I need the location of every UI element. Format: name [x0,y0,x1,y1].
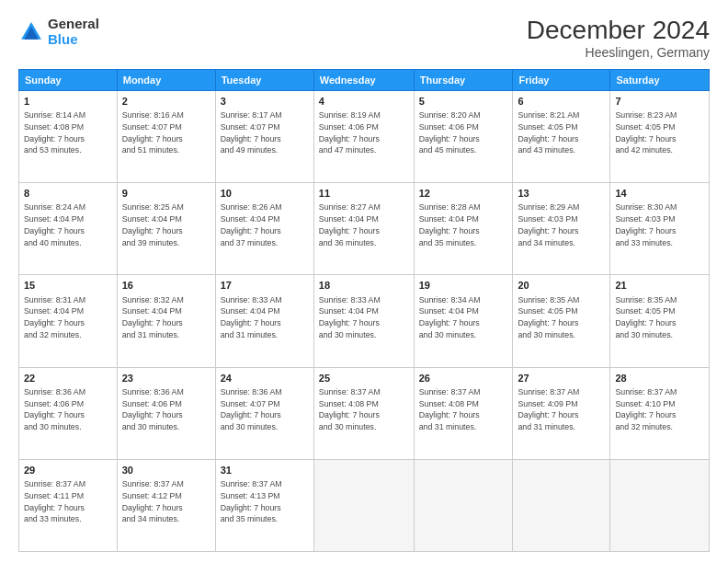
day-number: 24 [221,372,309,385]
day-info: Sunrise: 8:33 AMSunset: 4:04 PMDaylight:… [319,294,409,341]
calendar-week-4: 22Sunrise: 8:36 AMSunset: 4:06 PMDayligh… [19,367,710,459]
day-number: 30 [122,464,210,477]
logo-text: General Blue [48,17,99,47]
day-info: Sunrise: 8:37 AMSunset: 4:09 PMDaylight:… [518,386,605,433]
day-number: 15 [24,279,112,293]
calendar-cell: 30Sunrise: 8:37 AMSunset: 4:12 PMDayligh… [117,459,215,551]
day-info: Sunrise: 8:28 AMSunset: 4:04 PMDaylight:… [419,201,508,248]
col-sunday: Sunday [19,69,118,90]
day-info: Sunrise: 8:26 AMSunset: 4:04 PMDaylight:… [221,201,309,248]
calendar-cell [610,459,710,551]
calendar-cell: 12Sunrise: 8:28 AMSunset: 4:04 PMDayligh… [414,183,513,275]
day-info: Sunrise: 8:37 AMSunset: 4:13 PMDaylight:… [221,478,309,525]
day-info: Sunrise: 8:37 AMSunset: 4:11 PMDaylight:… [24,478,112,525]
calendar-cell: 28Sunrise: 8:37 AMSunset: 4:10 PMDayligh… [610,367,710,459]
day-number: 11 [319,187,409,201]
calendar-cell: 20Sunrise: 8:35 AMSunset: 4:05 PMDayligh… [513,275,610,367]
calendar-cell: 26Sunrise: 8:37 AMSunset: 4:08 PMDayligh… [414,367,513,459]
col-tuesday: Tuesday [215,69,313,90]
calendar-table: Sunday Monday Tuesday Wednesday Thursday… [18,69,710,552]
day-info: Sunrise: 8:30 AMSunset: 4:03 PMDaylight:… [615,201,704,248]
day-number: 25 [319,372,409,385]
day-info: Sunrise: 8:14 AMSunset: 4:08 PMDaylight:… [24,109,112,156]
day-info: Sunrise: 8:37 AMSunset: 4:12 PMDaylight:… [122,478,210,525]
calendar-cell: 10Sunrise: 8:26 AMSunset: 4:04 PMDayligh… [215,183,313,275]
day-number: 3 [221,95,309,109]
header: General Blue December 2024 Heeslingen, G… [18,17,710,60]
calendar-cell: 22Sunrise: 8:36 AMSunset: 4:06 PMDayligh… [19,367,118,459]
calendar-cell: 21Sunrise: 8:35 AMSunset: 4:05 PMDayligh… [610,275,710,367]
day-number: 28 [615,372,704,385]
day-info: Sunrise: 8:36 AMSunset: 4:06 PMDaylight:… [122,386,210,433]
calendar-cell: 5Sunrise: 8:20 AMSunset: 4:06 PMDaylight… [414,90,513,182]
calendar-cell: 2Sunrise: 8:16 AMSunset: 4:07 PMDaylight… [117,90,215,182]
calendar-cell: 8Sunrise: 8:24 AMSunset: 4:04 PMDaylight… [19,183,118,275]
day-number: 23 [122,372,210,385]
day-info: Sunrise: 8:24 AMSunset: 4:04 PMDaylight:… [24,201,112,248]
calendar-cell: 6Sunrise: 8:21 AMSunset: 4:05 PMDaylight… [513,90,610,182]
title-block: December 2024 Heeslingen, Germany [527,17,710,60]
day-info: Sunrise: 8:36 AMSunset: 4:06 PMDaylight:… [24,386,112,433]
calendar-cell: 4Sunrise: 8:19 AMSunset: 4:06 PMDaylight… [313,90,414,182]
calendar-cell [513,459,610,551]
calendar-cell: 23Sunrise: 8:36 AMSunset: 4:06 PMDayligh… [117,367,215,459]
day-info: Sunrise: 8:23 AMSunset: 4:05 PMDaylight:… [615,109,704,156]
day-number: 10 [221,187,309,201]
calendar-cell: 14Sunrise: 8:30 AMSunset: 4:03 PMDayligh… [610,183,710,275]
day-info: Sunrise: 8:34 AMSunset: 4:04 PMDaylight:… [419,294,508,341]
calendar-cell: 16Sunrise: 8:32 AMSunset: 4:04 PMDayligh… [117,275,215,367]
day-number: 8 [24,187,112,201]
calendar-cell: 7Sunrise: 8:23 AMSunset: 4:05 PMDaylight… [610,90,710,182]
calendar-cell: 24Sunrise: 8:36 AMSunset: 4:07 PMDayligh… [215,367,313,459]
day-info: Sunrise: 8:37 AMSunset: 4:08 PMDaylight:… [419,386,508,433]
calendar-cell: 27Sunrise: 8:37 AMSunset: 4:09 PMDayligh… [513,367,610,459]
day-info: Sunrise: 8:37 AMSunset: 4:10 PMDaylight:… [615,386,704,433]
calendar-week-5: 29Sunrise: 8:37 AMSunset: 4:11 PMDayligh… [19,459,710,551]
day-number: 19 [419,279,508,293]
day-number: 16 [122,279,210,293]
day-number: 22 [24,372,112,385]
day-info: Sunrise: 8:17 AMSunset: 4:07 PMDaylight:… [221,109,309,156]
col-thursday: Thursday [414,69,513,90]
day-number: 6 [518,95,605,109]
calendar-cell: 13Sunrise: 8:29 AMSunset: 4:03 PMDayligh… [513,183,610,275]
day-number: 1 [24,95,112,109]
calendar-cell: 17Sunrise: 8:33 AMSunset: 4:04 PMDayligh… [215,275,313,367]
calendar-cell [414,459,513,551]
calendar-cell [313,459,414,551]
day-info: Sunrise: 8:33 AMSunset: 4:04 PMDaylight:… [221,294,309,341]
calendar-cell: 15Sunrise: 8:31 AMSunset: 4:04 PMDayligh… [19,275,118,367]
logo-icon [18,19,44,45]
day-number: 31 [221,464,309,477]
day-info: Sunrise: 8:29 AMSunset: 4:03 PMDaylight:… [518,201,605,248]
day-number: 12 [419,187,508,201]
day-number: 13 [518,187,605,201]
calendar-week-1: 1Sunrise: 8:14 AMSunset: 4:08 PMDaylight… [19,90,710,182]
calendar-cell: 25Sunrise: 8:37 AMSunset: 4:08 PMDayligh… [313,367,414,459]
calendar-cell: 9Sunrise: 8:25 AMSunset: 4:04 PMDaylight… [117,183,215,275]
day-number: 7 [615,95,704,109]
day-number: 20 [518,279,605,293]
day-info: Sunrise: 8:21 AMSunset: 4:05 PMDaylight:… [518,109,605,156]
calendar-header: Sunday Monday Tuesday Wednesday Thursday… [19,69,710,90]
day-info: Sunrise: 8:27 AMSunset: 4:04 PMDaylight:… [319,201,409,248]
calendar-title: December 2024 [527,17,710,45]
calendar-cell: 18Sunrise: 8:33 AMSunset: 4:04 PMDayligh… [313,275,414,367]
day-info: Sunrise: 8:20 AMSunset: 4:06 PMDaylight:… [419,109,508,156]
day-info: Sunrise: 8:25 AMSunset: 4:04 PMDaylight:… [122,201,210,248]
calendar-body: 1Sunrise: 8:14 AMSunset: 4:08 PMDaylight… [19,90,710,551]
day-number: 26 [419,372,508,385]
day-number: 21 [615,279,704,293]
day-number: 14 [615,187,704,201]
col-wednesday: Wednesday [313,69,414,90]
day-info: Sunrise: 8:32 AMSunset: 4:04 PMDaylight:… [122,294,210,341]
calendar-week-2: 8Sunrise: 8:24 AMSunset: 4:04 PMDaylight… [19,183,710,275]
calendar-week-3: 15Sunrise: 8:31 AMSunset: 4:04 PMDayligh… [19,275,710,367]
day-info: Sunrise: 8:37 AMSunset: 4:08 PMDaylight:… [319,386,409,433]
day-info: Sunrise: 8:35 AMSunset: 4:05 PMDaylight:… [518,294,605,341]
calendar-cell: 1Sunrise: 8:14 AMSunset: 4:08 PMDaylight… [19,90,118,182]
logo: General Blue [18,17,99,47]
day-number: 9 [122,187,210,201]
day-info: Sunrise: 8:35 AMSunset: 4:05 PMDaylight:… [615,294,704,341]
day-number: 4 [319,95,409,109]
